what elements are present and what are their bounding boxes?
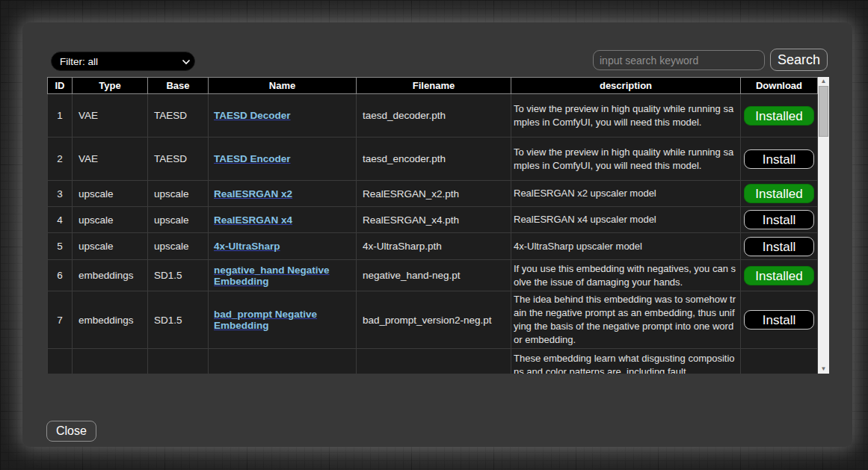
search-input[interactable] [593, 50, 765, 70]
install-state-button[interactable]: Install [744, 149, 814, 169]
close-button[interactable]: Close [46, 421, 96, 442]
cell-name: RealESRGAN x4 [209, 207, 357, 233]
cell-description: RealESRGAN x4 upscaler model [511, 207, 741, 233]
cell-base: TAESD [148, 137, 209, 181]
install-state-button[interactable]: Installed [744, 184, 814, 203]
cell-name: 4x-UltraSharp [209, 233, 357, 260]
cell-type: upscale [73, 207, 148, 233]
col-header-description: description [511, 78, 741, 94]
table-row: 4 upscale upscale RealESRGAN x4 RealESRG… [48, 207, 818, 233]
table-header-row: ID Type Base Name Filename description D… [48, 78, 818, 94]
table-scrollbar[interactable]: ▲ ▼ [818, 77, 829, 374]
col-header-id: ID [48, 78, 73, 94]
scrollbar-thumb[interactable] [819, 86, 828, 137]
filter-select[interactable]: Filter: all [51, 52, 195, 71]
cell-description: To view the preview in high quality whil… [511, 137, 741, 181]
install-state-button[interactable]: Installed [744, 266, 814, 285]
model-table-viewport: ID Type Base Name Filename description D… [47, 77, 829, 374]
col-header-name: Name [209, 78, 357, 94]
cell-download: Installed [741, 94, 818, 137]
cell-description: The idea behind this embedding was to so… [511, 291, 741, 349]
cell-id: 7 [48, 291, 73, 349]
install-state-button[interactable]: Install [744, 210, 814, 229]
col-header-download: Download [741, 78, 818, 94]
model-link[interactable]: bad_prompt Negative Embedding [214, 309, 317, 331]
model-link[interactable]: 4x-UltraSharp [214, 241, 280, 252]
table-row-clipped: These embedding learn what disgusting co… [48, 349, 818, 374]
cell-filename: taesd_encoder.pth [357, 137, 511, 181]
col-header-base: Base [148, 78, 209, 94]
model-link[interactable]: TAESD Decoder [214, 110, 291, 121]
cell-filename: 4x-UltraSharp.pth [357, 233, 511, 260]
cell-base: TAESD [148, 94, 209, 137]
cell-base [148, 349, 209, 374]
model-link[interactable]: RealESRGAN x4 [214, 214, 292, 226]
model-link[interactable]: RealESRGAN x2 [214, 188, 292, 200]
cell-filename [357, 349, 511, 374]
cell-base: SD1.5 [148, 291, 209, 349]
cell-id: 4 [48, 207, 73, 233]
cell-type: upscale [73, 233, 148, 260]
cell-base: upscale [148, 233, 209, 260]
cell-name: RealESRGAN x2 [209, 181, 357, 207]
cell-filename: RealESRGAN_x2.pth [357, 181, 511, 207]
cell-filename: bad_prompt_version2-neg.pt [357, 291, 511, 349]
table-row: 1 VAE TAESD TAESD Decoder taesd_decoder.… [48, 94, 818, 137]
cell-id: 3 [48, 181, 73, 207]
cell-name: bad_prompt Negative Embedding [209, 291, 357, 349]
cell-download: Install [741, 291, 818, 349]
cell-type [73, 349, 148, 374]
cell-type: upscale [73, 181, 148, 207]
table-row: 2 VAE TAESD TAESD Encoder taesd_encoder.… [48, 137, 818, 181]
table-row: 6 embeddings SD1.5 negative_hand Negativ… [48, 260, 818, 291]
cell-type: VAE [73, 94, 148, 137]
cell-download: Install [741, 207, 818, 233]
cell-filename: negative_hand-neg.pt [357, 260, 511, 291]
cell-name: TAESD Encoder [209, 137, 357, 181]
cell-id: 6 [48, 260, 73, 291]
cell-type: embeddings [73, 291, 148, 349]
cell-base: upscale [148, 207, 209, 233]
install-state-button[interactable]: Install [744, 237, 814, 256]
cell-download: Installed [741, 260, 818, 291]
cell-description: 4x-UltraSharp upscaler model [511, 233, 741, 260]
cell-download: Installed [741, 181, 818, 207]
cell-filename: RealESRGAN_x4.pth [357, 207, 511, 233]
cell-filename: taesd_decoder.pth [357, 94, 511, 137]
cell-name: TAESD Decoder [209, 94, 357, 137]
install-state-button[interactable]: Install [744, 310, 814, 330]
cell-id [48, 349, 73, 374]
cell-description: These embedding learn what disgusting co… [511, 349, 741, 374]
cell-description: RealESRGAN x2 upscaler model [511, 181, 741, 207]
cell-name [209, 349, 357, 374]
search-button[interactable]: Search [770, 49, 828, 71]
cell-base: SD1.5 [148, 260, 209, 291]
cell-description: If you use this embedding with negatives… [511, 260, 741, 291]
install-state-button[interactable]: Installed [744, 106, 814, 126]
cell-id: 2 [48, 137, 73, 181]
cell-type: VAE [73, 137, 148, 181]
col-header-filename: Filename [357, 78, 511, 94]
cell-name: negative_hand Negative Embedding [209, 260, 357, 291]
scroll-down-icon[interactable]: ▼ [818, 365, 829, 374]
cell-download: Install [741, 233, 818, 260]
model-link[interactable]: negative_hand Negative Embedding [214, 265, 330, 287]
model-table: ID Type Base Name Filename description D… [47, 77, 818, 374]
cell-description: To view the preview in high quality whil… [511, 94, 741, 137]
table-row: 5 upscale upscale 4x-UltraSharp 4x-Ultra… [48, 233, 818, 260]
col-header-type: Type [73, 78, 148, 94]
install-models-dialog: Filter: all Search ID Type Base Name Fil… [22, 22, 852, 447]
cell-type: embeddings [73, 260, 148, 291]
scroll-up-icon[interactable]: ▲ [818, 77, 829, 86]
cell-download [741, 349, 818, 374]
cell-base: upscale [148, 181, 209, 207]
cell-id: 5 [48, 233, 73, 260]
cell-id: 1 [48, 94, 73, 137]
cell-download: Install [741, 137, 818, 181]
model-link[interactable]: TAESD Encoder [214, 153, 291, 164]
table-row: 7 embeddings SD1.5 bad_prompt Negative E… [48, 291, 818, 349]
table-row: 3 upscale upscale RealESRGAN x2 RealESRG… [48, 181, 818, 207]
